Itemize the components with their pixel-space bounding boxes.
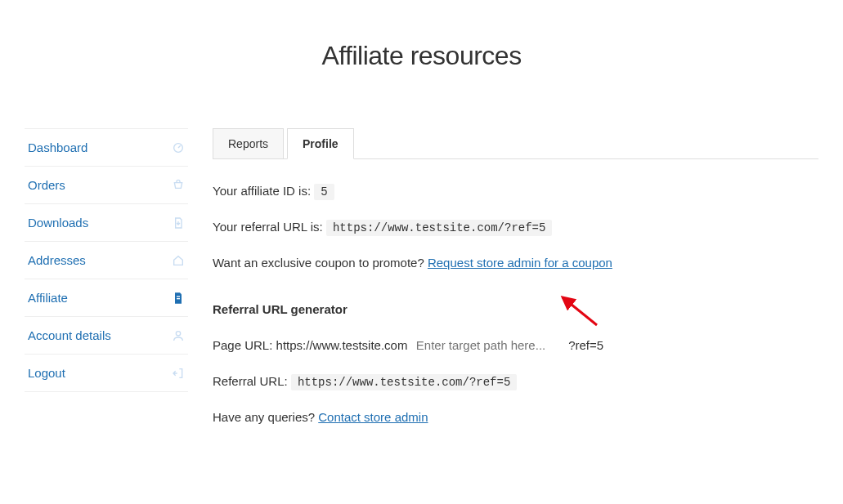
generator-heading: Referral URL generator [213, 302, 818, 316]
sidebar-item-label[interactable]: Logout [28, 366, 65, 380]
tab-profile[interactable]: Profile [287, 128, 354, 159]
sidebar-item-downloads[interactable]: Downloads [25, 203, 188, 241]
sidebar-item-addresses[interactable]: Addresses [25, 241, 188, 279]
tabs: Reports Profile [213, 128, 818, 159]
ref-suffix: ?ref=5 [568, 338, 603, 352]
gen-referral-row: Referral URL: https://www.testsite.com/?… [213, 374, 818, 389]
sidebar-item-orders[interactable]: Orders [25, 166, 188, 203]
affiliate-id-row: Your affiliate ID is: 5 [213, 184, 818, 198]
orders-icon [172, 179, 185, 192]
page-url-base: https://www.testsite.com [276, 338, 408, 352]
tab-reports[interactable]: Reports [213, 128, 284, 159]
sidebar-item-label[interactable]: Orders [28, 178, 65, 192]
target-path-input[interactable] [415, 337, 562, 353]
svg-rect-1 [177, 296, 180, 297]
svg-point-3 [176, 331, 180, 335]
referral-url-value: https://www.testsite.com/?ref=5 [326, 220, 552, 236]
queries-prompt: Have any queries? [213, 410, 318, 424]
account-sidebar: Dashboard Orders Downloads Addresses [25, 128, 188, 424]
sidebar-item-dashboard[interactable]: Dashboard [25, 128, 188, 166]
contact-admin-link[interactable]: Contact store admin [318, 410, 428, 424]
sidebar-item-label[interactable]: Addresses [28, 253, 86, 267]
sidebar-item-label[interactable]: Affiliate [28, 291, 68, 305]
coupon-row: Want an exclusive coupon to promote? Req… [213, 256, 818, 270]
downloads-icon [172, 216, 185, 230]
gen-referral-value: https://www.testsite.com/?ref=5 [291, 374, 517, 390]
coupon-prompt: Want an exclusive coupon to promote? [213, 256, 428, 270]
affiliate-id-label: Your affiliate ID is: [213, 184, 311, 198]
logout-icon [172, 367, 185, 380]
request-coupon-link[interactable]: Request store admin for a coupon [428, 256, 612, 270]
main-panel: Reports Profile Your affiliate ID is: 5 … [188, 128, 818, 424]
sidebar-item-label[interactable]: Account details [28, 328, 111, 342]
addresses-icon [172, 254, 185, 267]
sidebar-item-label[interactable]: Dashboard [28, 140, 87, 154]
queries-row: Have any queries? Contact store admin [213, 410, 818, 424]
affiliate-icon [172, 292, 185, 305]
dashboard-icon [172, 141, 185, 154]
sidebar-item-label[interactable]: Downloads [28, 216, 88, 230]
page-url-label: Page URL: [213, 338, 276, 352]
sidebar-item-affiliate[interactable]: Affiliate [25, 279, 188, 316]
page-url-row: Page URL: https://www.testsite.com ?ref=… [213, 337, 818, 353]
referral-url-row: Your referral URL is: https://www.testsi… [213, 220, 818, 234]
page-title: Affiliate resources [0, 41, 843, 71]
affiliate-id-value: 5 [314, 184, 334, 200]
sidebar-item-account-details[interactable]: Account details [25, 316, 188, 354]
gen-referral-label: Referral URL: [213, 374, 288, 388]
sidebar-item-logout[interactable]: Logout [25, 354, 188, 392]
svg-rect-2 [177, 298, 180, 299]
account-icon [172, 329, 185, 342]
referral-url-label: Your referral URL is: [213, 220, 323, 234]
